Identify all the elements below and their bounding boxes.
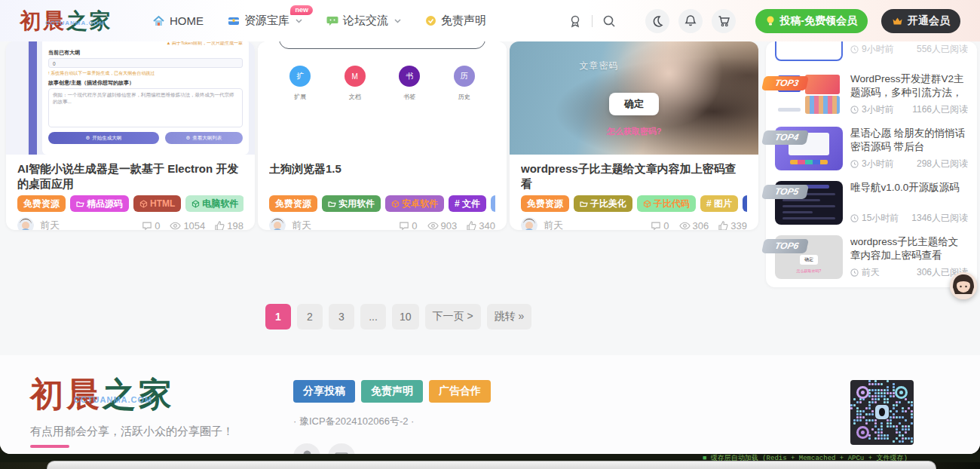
jump-page-button[interactable]: 跳转 » [487,304,532,330]
rank-badge: TOP3 [761,76,809,90]
tag[interactable]: HTML [133,195,181,212]
post-stats: 0 903 340 [399,220,495,231]
ranking-text: 唯导航v1.0.0开源版源码 15小时前 1346人已阅读 [850,181,968,225]
tag[interactable]: # 图片 [700,195,738,212]
preview-buttons: ⚙ 开始生成大纲 ⚙ 查看大纲列表 [48,132,243,144]
tag[interactable]: # 文件 [449,195,486,212]
clock-icon [850,214,859,222]
likes-stat[interactable]: 339 [718,220,747,231]
comment-icon [399,221,409,231]
icp-record-text[interactable]: · 豫ICP备2024102066号-2 · [293,415,542,428]
search-icon[interactable] [602,14,617,29]
post-title[interactable]: wordpress子比主题给文章内容加上密码查看 [521,161,747,192]
rank-badge: TOP4 [761,130,809,145]
tag[interactable]: 免费资源 [521,195,569,212]
next-page-button[interactable]: 下一页 > [425,304,481,330]
likes-stat[interactable]: 198 [215,220,243,231]
nav-item-disclaimer[interactable]: 免责声明 [425,14,486,28]
likes-stat[interactable]: 340 [467,220,495,231]
post-title[interactable]: AI智能小说生成器是一款基于 Electron 开发的桌面应用 [17,161,243,192]
site-logo[interactable]: 初晨之家 CCTUANMA.COM [20,11,113,32]
post-thumbnail[interactable]: ▲ 由于Token限制，一次只能生成一章 当前已有大纲 0 ! 系统将自动以下一… [6,41,255,155]
tag[interactable]: 免费资源 [17,195,66,212]
ranking-title: 唯导航v1.0.0开源版源码 [850,181,968,195]
post-card-body: AI智能小说生成器是一款基于 Electron 开发的桌面应用 免费资源 精品源… [6,155,255,230]
page-button-1[interactable]: 1 [265,304,291,330]
qr-code [850,380,914,445]
thumb-shortcut: M文档 [345,66,366,101]
clock-icon [850,45,859,54]
nav-item-home[interactable]: HOME [152,14,204,27]
ranking-item[interactable]: TOP6 文章密码 确定 怎么获取密码? wordpress子比主题给文章内容加… [775,230,968,284]
bulb-icon [766,16,775,26]
tag[interactable]: 子比代码 [637,195,696,212]
ranking-title: 星语心愿 给朋友的悄悄话 密语源码 带后台 [850,127,968,154]
disclaimer-button[interactable]: 免责声明 [361,380,423,403]
author-avatar[interactable] [269,217,286,230]
tag[interactable]: 安卓软件 [385,195,444,212]
views-stat: 903 [427,220,458,231]
thumb-up-icon [215,221,225,231]
page-button-10[interactable]: 10 [392,304,419,330]
tag[interactable]: 电脑软件 [185,195,243,212]
ranking-item-partial[interactable]: 9小时前 556人已阅读 [775,41,968,67]
ad-cooperation-button[interactable]: 广告合作 [429,380,491,403]
ranking-item[interactable]: TOP3 WordPress开发进群V2主题源码，多种引流方法，引... 3小时… [775,67,968,121]
qr-finder-bottomleft [856,426,869,439]
post-thumbnail[interactable]: 文章密码 确定 怎么获取密码? [510,41,758,155]
pagination: 1 2 3 ... 10 下一页 > 跳转 » [265,304,980,330]
notifications-button[interactable] [678,9,703,33]
clock-icon [850,268,859,277]
eye-icon [170,222,181,230]
folder-icon [580,200,588,208]
ranking-sidebar: 9小时前 556人已阅读 TOP3 WordPress开发进群V2主题源码，多种… [766,41,977,287]
logo-watermark: CCTUANMA.COM [45,20,105,26]
qq-contact-button[interactable] [293,443,320,454]
tag[interactable]: 实用软件 [322,195,381,212]
page-button-2[interactable]: 2 [297,304,323,330]
author-avatar[interactable] [17,217,34,230]
thumb-shortcuts: 扩扩展 M文档 书书签 历历史 [273,66,492,101]
thumb-shortcut: 历历史 [454,66,475,101]
preview-input: 0 [48,58,243,68]
email-contact-button[interactable] [328,443,355,454]
tag[interactable]: 免费资源 [269,195,317,212]
nav-label: 论坛交流 [343,14,388,28]
rank-badge: TOP6 [761,239,809,253]
logo-watermark: CCTUANMA.COM [74,396,152,404]
post-title[interactable]: 土狗浏览器1.5 [269,161,495,192]
bell-icon [684,14,697,27]
tag-row: 免费资源 精品源码 HTML 电脑软件 [17,195,243,212]
desktop-background: ■ 缓存层自动加载 (Redis + Memcached + APCu + 文件… [0,0,980,469]
medal-icon[interactable] [568,14,583,29]
ranking-meta: 前天 306人已阅读 [850,266,968,279]
author-avatar[interactable] [521,217,537,230]
post-time: 前天 [292,219,311,230]
open-vip-button[interactable]: 开通会员 [881,9,960,33]
tag[interactable]: # 主题 [743,195,747,212]
nav-item-forum[interactable]: 论坛交流 [326,14,401,28]
submit-post-button[interactable]: 投稿-免费领会员 [755,9,868,33]
share-submit-button[interactable]: 分享投稿 [293,380,355,403]
ranking-item[interactable]: TOP5 唯导航v1.0.0开源版源码 15小时前 1346人已阅读 [775,176,968,230]
nav-label: 免责声明 [441,14,486,28]
cube-icon [643,200,651,208]
dark-mode-toggle[interactable] [645,9,669,33]
ranking-item[interactable]: TOP4 星语心愿 给朋友的悄悄话 密语源码 带后台 3小时前 298人已阅读 [775,121,968,176]
ranking-meta: 15小时前 1346人已阅读 [850,212,968,225]
floating-contact-avatar[interactable] [950,272,977,299]
nav-item-resources[interactable]: 资源宝库 new [228,14,302,28]
preview-field-label: 当前已有大纲 [48,49,243,57]
post-thumbnail[interactable]: 扩扩展 M文档 书书签 历历史 [258,41,507,155]
preview-list-button: ⚙ 查看大纲列表 [165,132,243,144]
forum-icon [326,15,338,26]
folder-icon [76,200,84,208]
cart-button[interactable] [712,9,736,33]
tag[interactable]: 精品源码 [70,195,129,212]
tag[interactable]: 子比美化 [574,195,632,212]
treasure-box-icon [228,15,240,26]
comment-icon [142,221,152,231]
page-button-3[interactable]: 3 [329,304,354,330]
tag[interactable]: # 插件 [491,195,495,212]
footer-logo[interactable]: 初晨之家 CCTUANMA.COM [30,378,260,411]
